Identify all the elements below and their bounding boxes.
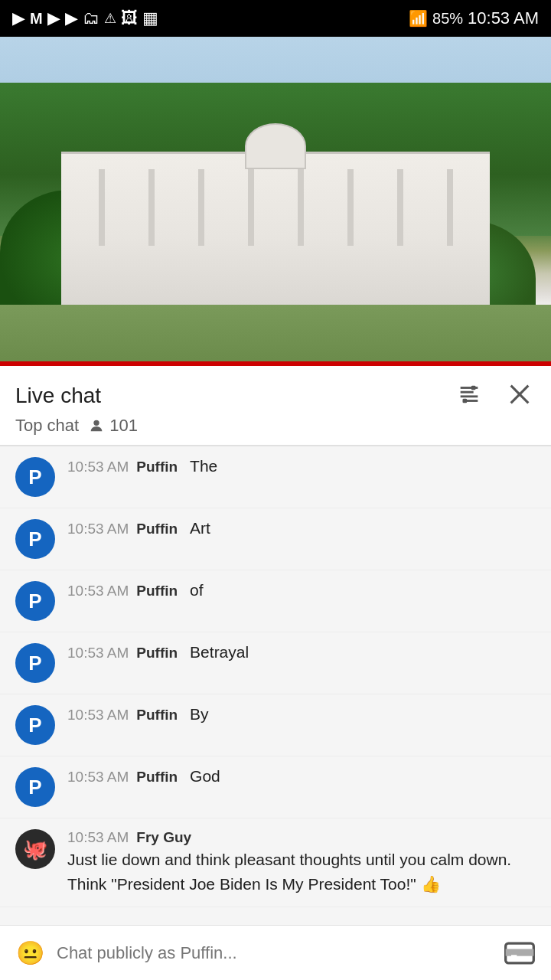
message-text: By [190,705,209,724]
message-time: 10:53 AM [67,645,129,662]
message-content: 10:53 AM Puffin of [67,581,536,601]
message-text: Betrayal [190,643,249,662]
message-meta: 10:53 AM Puffin of [67,581,536,599]
message-content: 10:53 AM Puffin Betrayal [67,643,536,663]
time-text: 10:53 AM [468,8,539,28]
viewer-count: 101 [109,416,138,436]
message-meta: 10:53 AM Fry Guy [67,829,536,846]
chat-messages: P 10:53 AM Puffin The P 10:53 AM Puffin … [0,446,551,962]
chat-subtitle: Top chat [15,416,79,436]
message-time: 10:53 AM [67,521,129,537]
svg-point-8 [94,420,99,426]
message-content: 10:53 AM Puffin By [67,705,536,725]
list-item: 🐙 10:53 AM Fry Guy Just lie down and thi… [0,818,551,907]
column [198,169,204,246]
list-item: P 10:53 AM Puffin Art [0,508,551,570]
message-time: 10:53 AM [67,459,129,475]
avatar: P [15,767,55,807]
filter-icon [456,381,482,407]
svg-rect-5 [463,399,468,403]
column [298,169,304,246]
chat-input-bar: 😐 [0,925,551,980]
list-item: P 10:53 AM Puffin The [0,446,551,508]
chat-title-row: Live chat [15,378,536,413]
message-text: God [190,767,220,786]
avatar: P [15,581,55,621]
video-player[interactable] [0,37,551,366]
status-left: ▶ M ▶ ▶ 🗂 ⚠ 🖼 ▦ [12,8,158,28]
emoji-button[interactable]: 😐 [12,936,47,971]
message-time: 10:53 AM [67,769,129,786]
message-user: Puffin [136,645,178,662]
video-ground [0,305,551,366]
message-user: Puffin [136,583,178,599]
app-icon-img: 🖼 [121,8,138,28]
message-meta: 10:53 AM Puffin Betrayal [67,643,536,662]
filter-button[interactable] [453,378,485,413]
message-meta: 10:53 AM Puffin Art [67,519,536,537]
chat-header-icons [453,378,536,413]
column [347,169,354,246]
avatar: P [15,705,55,745]
svg-rect-10 [506,949,534,956]
status-right: 📶 85% 10:53 AM [409,8,539,28]
message-content: 10:53 AM Fry Guy Just lie down and think… [67,829,536,896]
message-time: 10:53 AM [67,829,129,846]
person-icon [88,417,105,434]
column [447,169,453,246]
chat-viewers: 101 [88,416,138,436]
app-icon-folder: 🗂 [83,8,99,28]
app-icon-m: M [30,10,43,28]
chat-input[interactable] [57,936,491,971]
list-item: P 10:53 AM Puffin of [0,570,551,632]
battery-text: 85% [432,10,463,28]
message-text: Just lie down and think pleasant thought… [67,848,536,896]
avatar: 🐙 [15,829,55,869]
close-icon [507,381,533,407]
message-user: Fry Guy [136,829,191,846]
chat-subtitle-row: Top chat 101 [15,416,536,436]
app-icon-grid: ▦ [142,8,158,28]
column [248,169,254,246]
message-content: 10:53 AM Puffin God [67,767,536,787]
message-text: Art [190,519,210,537]
youtube-icon: ▶ [12,8,25,28]
app-icon-play2: ▶ [65,8,78,28]
message-time: 10:53 AM [67,583,129,599]
message-content: 10:53 AM Puffin The [67,457,536,477]
column [99,169,105,246]
wifi-icon: 📶 [409,9,428,28]
avatar: P [15,457,55,497]
message-meta: 10:53 AM Puffin By [67,705,536,724]
message-meta: 10:53 AM Puffin The [67,457,536,475]
app-icon-play: ▶ [47,8,60,28]
message-content: 10:53 AM Puffin Art [67,519,536,539]
status-bar: ▶ M ▶ ▶ 🗂 ⚠ 🖼 ▦ 📶 85% 10:53 AM [0,0,551,37]
super-chat-icon [503,936,536,970]
message-text: of [190,581,204,599]
building-dome [245,123,306,169]
list-item: P 10:53 AM Puffin By [0,694,551,756]
message-user: Puffin [136,707,178,724]
column [397,169,403,246]
message-user: Puffin [136,769,178,786]
list-item: P 10:53 AM Puffin Betrayal [0,632,551,694]
chat-header: Live chat Top [0,366,551,446]
message-user: Puffin [136,521,178,537]
chat-title: Live chat [15,384,101,408]
message-user: Puffin [136,459,178,475]
message-meta: 10:53 AM Puffin God [67,767,536,786]
video-progress-bar[interactable] [0,361,551,366]
app-icon-warn: ⚠ [104,10,116,27]
video-building [61,152,490,320]
message-time: 10:53 AM [67,707,129,724]
avatar: P [15,643,55,683]
super-chat-button[interactable] [500,934,539,972]
avatar: P [15,519,55,559]
close-button[interactable] [504,378,536,413]
message-text: The [190,457,217,475]
column [148,169,155,246]
list-item: P 10:53 AM Puffin God [0,756,551,818]
svg-rect-4 [471,386,476,390]
